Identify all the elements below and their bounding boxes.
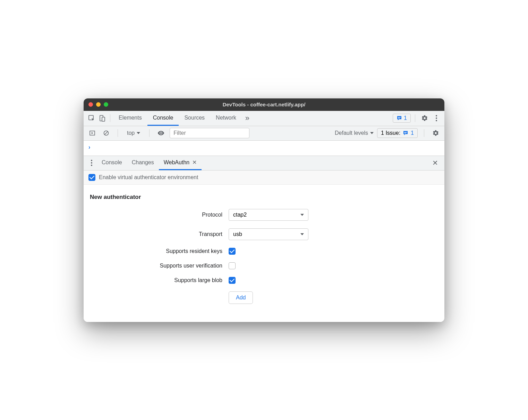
window-title: DevTools - coffee-cart.netlify.app/ (84, 102, 444, 107)
protocol-value: ctap2 (233, 212, 247, 218)
context-label: top (127, 130, 135, 136)
traffic-lights (88, 102, 108, 107)
issues-count: 1 (411, 130, 414, 136)
toolbar-divider (415, 114, 415, 122)
new-authenticator-panel: New authenticator Protocol ctap2 Transpo… (84, 185, 444, 322)
tab-sources[interactable]: Sources (179, 111, 210, 126)
tab-network[interactable]: Network (210, 111, 242, 126)
minimize-window-button[interactable] (96, 102, 101, 107)
protocol-row: Protocol ctap2 (90, 209, 438, 221)
console-toolbar: top Default levels 1 Issue: 1 (84, 126, 444, 141)
prompt-chevron-icon: › (88, 144, 90, 150)
toolbar-divider (424, 129, 424, 137)
transport-select[interactable]: usb (229, 228, 308, 240)
main-toolbar: Elements Console Sources Network » 1 (84, 111, 444, 126)
level-label: Default levels (335, 130, 368, 136)
transport-value: usb (233, 231, 242, 237)
resident-keys-row: Supports resident keys (90, 248, 438, 255)
log-level-selector[interactable]: Default levels (335, 130, 374, 136)
resident-keys-checkbox[interactable] (229, 248, 236, 255)
large-blob-label: Supports large blob (90, 277, 229, 283)
protocol-select[interactable]: ctap2 (229, 209, 308, 221)
svg-line-7 (105, 132, 108, 135)
inspect-element-icon[interactable] (86, 113, 97, 123)
issues-link[interactable]: 1 Issue: 1 (377, 128, 418, 138)
svg-rect-8 (404, 132, 407, 132)
toolbar-divider (118, 129, 118, 137)
protocol-label: Protocol (90, 212, 229, 218)
user-verification-checkbox[interactable] (229, 262, 236, 269)
console-output-area[interactable]: › (84, 141, 444, 156)
message-icon (397, 115, 402, 121)
chevron-down-icon (300, 233, 304, 235)
drawer-tab-console[interactable]: Console (97, 156, 127, 170)
section-title: New authenticator (90, 194, 438, 201)
toolbar-right: 1 (393, 113, 442, 123)
transport-row: Transport usb (90, 228, 438, 240)
titlebar: DevTools - coffee-cart.netlify.app/ (84, 98, 444, 111)
live-expression-icon[interactable] (156, 128, 166, 138)
svg-rect-3 (398, 117, 401, 117)
drawer-tab-webauthn[interactable]: WebAuthn ✕ (159, 156, 202, 170)
toolbar-divider (110, 114, 110, 122)
drawer-tab-changes[interactable]: Changes (127, 156, 159, 170)
chevron-down-icon (370, 132, 374, 134)
issues-label: 1 Issue: (381, 130, 400, 136)
context-selector[interactable]: top (124, 129, 143, 138)
close-drawer-icon[interactable]: ✕ (429, 157, 442, 169)
chevron-down-icon (137, 132, 140, 134)
enable-label: Enable virtual authenticator environment (99, 174, 198, 181)
issues-badge[interactable]: 1 (393, 114, 411, 123)
user-verification-label: Supports user verification (90, 263, 229, 269)
drawer-tab-strip: Console Changes WebAuthn ✕ ✕ (84, 156, 444, 170)
large-blob-row: Supports large blob (90, 277, 438, 284)
close-window-button[interactable] (88, 102, 93, 107)
toolbar-divider (149, 129, 150, 137)
large-blob-checkbox[interactable] (229, 277, 236, 284)
device-toggle-icon[interactable] (97, 113, 107, 123)
devtools-window: DevTools - coffee-cart.netlify.app/ Elem… (84, 98, 444, 322)
add-button[interactable]: Add (229, 291, 253, 304)
settings-icon[interactable] (419, 113, 430, 123)
sidebar-toggle-icon[interactable] (87, 128, 97, 138)
user-verification-row: Supports user verification (90, 262, 438, 269)
svg-rect-4 (398, 118, 400, 119)
svg-rect-2 (102, 117, 105, 121)
tab-elements[interactable]: Elements (113, 111, 147, 126)
main-tab-strip: Elements Console Sources Network » (113, 111, 393, 126)
more-tabs-button[interactable]: » (242, 111, 253, 126)
drawer-tab-label: WebAuthn (164, 159, 189, 166)
add-row: Add (90, 291, 438, 304)
message-icon (403, 130, 408, 136)
issue-count: 1 (404, 115, 407, 121)
kebab-menu-icon[interactable] (431, 113, 442, 123)
enable-virtual-authenticator-row: Enable virtual authenticator environment (84, 170, 444, 185)
close-tab-icon[interactable]: ✕ (192, 159, 197, 166)
transport-label: Transport (90, 231, 229, 237)
tab-console[interactable]: Console (147, 111, 179, 126)
resident-keys-label: Supports resident keys (90, 248, 229, 254)
drawer-more-icon[interactable] (86, 160, 97, 166)
maximize-window-button[interactable] (104, 102, 108, 107)
console-settings-icon[interactable] (431, 128, 441, 138)
enable-authenticator-checkbox[interactable] (88, 174, 95, 181)
chevron-down-icon (300, 214, 304, 216)
filter-input[interactable] (170, 128, 249, 138)
svg-rect-9 (404, 133, 406, 133)
clear-console-icon[interactable] (101, 128, 111, 138)
